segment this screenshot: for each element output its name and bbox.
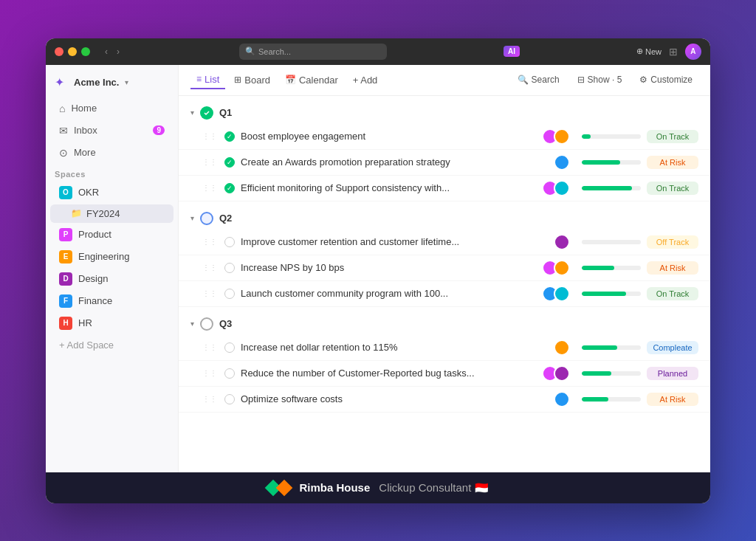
tab-calendar[interactable]: 📅 Calendar (279, 72, 344, 89)
app-window: ‹ › 🔍 Search... AI ⊕ New ⊞ A ✦ Acme Inc.… (46, 38, 710, 503)
quarter-header-q3[interactable]: ▾Q3 (179, 313, 710, 335)
table-row[interactable]: ⋮⋮Efficient monitoring of Support consis… (179, 176, 710, 201)
table-row[interactable]: ⋮⋮Improve customer retention and custome… (179, 230, 710, 255)
search-button[interactable]: 🔍 Search (512, 72, 566, 88)
table-row[interactable]: ⋮⋮Increase NPS by 10 bpsAt Risk (179, 255, 710, 281)
close-button[interactable] (55, 47, 63, 56)
drag-handle-icon[interactable]: ⋮⋮ (202, 263, 217, 272)
new-button[interactable]: ⊕ New (636, 46, 662, 56)
task-name: Boost employee engagement (241, 131, 536, 142)
footer-sub: Clickup Consultant 🇮🇩 (379, 481, 488, 495)
table-row[interactable]: ⋮⋮Increase net dollar retention to 115%C… (179, 335, 710, 361)
tab-label: + Add (353, 75, 378, 86)
sidebar-item-product[interactable]: P Product (50, 224, 173, 245)
show-button[interactable]: ⊟ Show · 5 (571, 72, 628, 88)
ai-badge[interactable]: AI (504, 46, 520, 57)
drag-handle-icon[interactable]: ⋮⋮ (202, 184, 217, 192)
task-checkbox[interactable] (224, 394, 235, 404)
add-space-button[interactable]: + Add Space (50, 336, 173, 354)
progress-fill (582, 160, 620, 165)
drag-handle-icon[interactable]: ⋮⋮ (202, 343, 217, 351)
quarter-header-q1[interactable]: ▾Q1 (179, 102, 710, 124)
back-arrow[interactable]: ‹ (102, 45, 111, 58)
spaces-label: Spaces (46, 164, 178, 182)
task-checkbox[interactable] (224, 237, 235, 247)
quarter-label-q3: Q3 (219, 318, 232, 329)
drag-handle-icon[interactable]: ⋮⋮ (202, 158, 217, 166)
tab-list[interactable]: ≡ List (190, 71, 225, 89)
table-row[interactable]: ⋮⋮Create an Awards promotion preparation… (179, 150, 710, 176)
table-row[interactable]: ⋮⋮Reduce the number of Customer-Reported… (179, 361, 710, 387)
progress-fill (582, 292, 626, 296)
customize-button[interactable]: ⚙ Customize (633, 72, 698, 88)
minimize-button[interactable] (68, 47, 77, 56)
status-badge: At Risk (647, 261, 698, 275)
avatar (554, 180, 570, 196)
diamond-orange-icon (276, 479, 293, 496)
sidebar-item-okr[interactable]: O OKR (50, 182, 173, 203)
drag-handle-icon[interactable]: ⋮⋮ (202, 289, 217, 297)
quarter-header-q2[interactable]: ▾Q2 (179, 207, 710, 230)
titlebar-search-text: Search... (258, 47, 291, 56)
task-checkbox[interactable] (224, 131, 235, 142)
show-icon: ⊟ (577, 75, 585, 85)
status-badge: Planned (647, 367, 698, 380)
user-avatar[interactable]: A (685, 44, 701, 60)
tab-label: Board (244, 75, 270, 86)
quarter-icon-q1 (200, 106, 213, 120)
footer-logo (267, 482, 290, 494)
status-badge: Compleate (647, 341, 698, 354)
status-badge: On Track (647, 287, 698, 300)
toolbar: ≡ List ⊞ Board 📅 Calendar + Add 🔍 (179, 65, 710, 96)
workspace-name: Acme Inc. (74, 77, 119, 88)
sidebar-item-finance[interactable]: F Finance (50, 291, 173, 311)
table-row[interactable]: ⋮⋮Launch customer community program with… (179, 281, 710, 307)
inbox-badge: 9 (153, 125, 165, 135)
avatar (554, 365, 570, 382)
avatar (554, 234, 570, 250)
fullscreen-button[interactable] (81, 47, 90, 56)
task-assignees (542, 260, 570, 276)
folder-label: FY2024 (86, 208, 120, 219)
sidebar-item-inbox[interactable]: ✉ Inbox 9 (50, 120, 173, 141)
tab-add[interactable]: + Add (347, 72, 384, 89)
task-checkbox[interactable] (224, 368, 235, 379)
toolbar-right: 🔍 Search ⊟ Show · 5 ⚙ Customize (512, 72, 698, 88)
sidebar-item-engineering[interactable]: E Engineering (50, 247, 173, 267)
task-list[interactable]: ▾Q1⋮⋮Boost employee engagementOn Track⋮⋮… (179, 96, 710, 472)
progress-fill (582, 397, 608, 402)
progress-bar (582, 345, 641, 350)
titlebar-search[interactable]: 🔍 Search... (239, 44, 387, 60)
task-checkbox[interactable] (224, 289, 235, 299)
task-checkbox[interactable] (224, 342, 235, 353)
workspace-header[interactable]: ✦ Acme Inc. ▾ (46, 71, 178, 94)
task-checkbox[interactable] (224, 157, 235, 168)
sidebar-item-fy2024[interactable]: 📁 FY2024 (50, 204, 173, 223)
task-checkbox[interactable] (224, 183, 235, 193)
drag-handle-icon[interactable]: ⋮⋮ (202, 132, 217, 140)
quarter-icon-q3 (200, 317, 213, 331)
finance-dot: F (59, 294, 72, 308)
avatar (554, 391, 570, 407)
drag-handle-icon[interactable]: ⋮⋮ (202, 238, 217, 246)
task-checkbox[interactable] (224, 263, 235, 273)
table-row[interactable]: ⋮⋮Optimize software costsAt Risk (179, 387, 710, 413)
progress-fill (582, 345, 617, 350)
task-name: Create an Awards promotion preparation s… (241, 156, 548, 168)
table-row[interactable]: ⋮⋮Boost employee engagementOn Track (179, 124, 710, 150)
progress-bar (582, 240, 641, 244)
sidebar-item-home[interactable]: ⌂ Home (50, 98, 173, 119)
product-dot: P (59, 228, 72, 241)
drag-handle-icon[interactable]: ⋮⋮ (202, 395, 217, 403)
add-space-label: + Add Space (59, 340, 114, 351)
drag-handle-icon[interactable]: ⋮⋮ (202, 369, 217, 377)
tab-board[interactable]: ⊞ Board (228, 72, 276, 89)
sidebar-item-design[interactable]: D Design (50, 269, 173, 289)
forward-arrow[interactable]: › (114, 45, 123, 58)
grid-icon[interactable]: ⊞ (669, 46, 678, 58)
sidebar-item-more[interactable]: ⊙ More (50, 142, 173, 163)
sidebar-item-hr[interactable]: H HR (50, 313, 173, 334)
task-assignees (554, 340, 570, 356)
quarter-icon-q2 (200, 212, 213, 225)
progress-fill (582, 134, 591, 139)
